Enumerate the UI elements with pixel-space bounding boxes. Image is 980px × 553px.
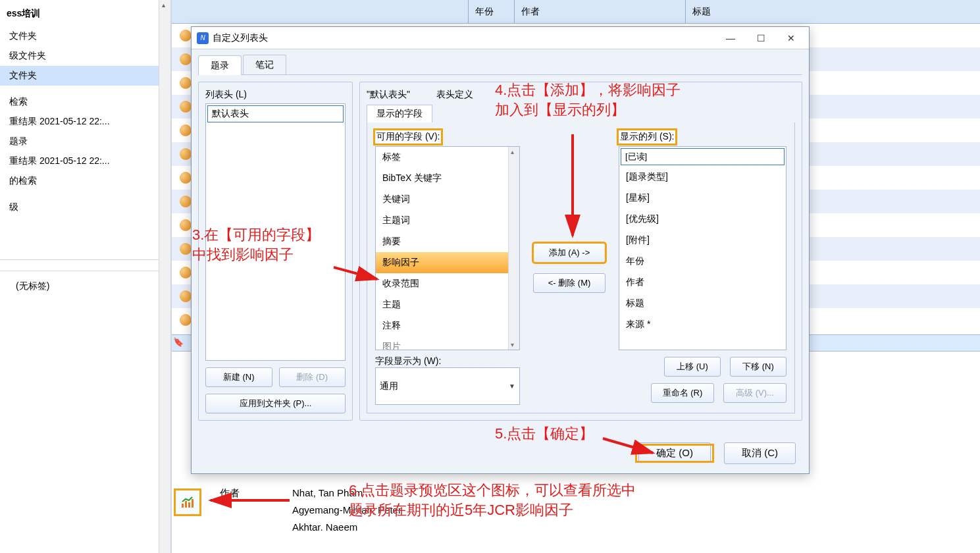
shown-column-item[interactable]: [题录类型]: [619, 167, 786, 188]
header-list-panel: 列表头 (L) 新建 (N) 删除 (D) 应用到文件夹 (P)...: [198, 82, 353, 421]
header-definition-panel: "默认表头" 表头定义 显示的字段 可用的字段 (V): 标签: [359, 82, 802, 421]
available-field-item[interactable]: 摘要: [376, 231, 508, 252]
svg-rect-0: [182, 504, 184, 508]
available-field-item[interactable]: 注释: [376, 315, 508, 336]
left-scrollbar[interactable]: [159, 0, 170, 553]
advanced-button[interactable]: 高级 (V)...: [723, 383, 787, 403]
cancel-button[interactable]: 取消 (C): [724, 442, 796, 464]
folder-item[interactable]: 级文件夹: [0, 46, 170, 66]
no-tag-label[interactable]: (无标签): [0, 271, 170, 296]
shown-column-item[interactable]: 作者: [619, 272, 786, 293]
window-close-button[interactable]: ✕: [776, 28, 806, 48]
record-bullet-icon: [180, 148, 192, 160]
subtab-shown-fields[interactable]: 显示的字段: [367, 105, 432, 122]
tab-records[interactable]: 题录: [198, 55, 242, 75]
folder-item[interactable]: 级: [0, 198, 170, 217]
folder-tree-pane: ess培训 文件夹 级文件夹 文件夹 检索 重结果 2021-05-12 22:…: [0, 0, 171, 553]
customize-columns-dialog: N 自定义列表头 — ☐ ✕ 题录 笔记 列表头 (L) 新建 (N) 删除 (…: [191, 26, 810, 474]
record-bullet-icon: [180, 196, 192, 207]
header-list-label: 列表头 (L): [205, 89, 346, 101]
apply-to-folder-button[interactable]: 应用到文件夹 (P)...: [205, 394, 346, 413]
available-field-item[interactable]: 图片: [376, 336, 508, 350]
ok-button[interactable]: 确定 (O): [638, 442, 711, 463]
show-as-label: 字段显示为 (W):: [375, 356, 441, 367]
record-bullet-icon: [180, 290, 192, 302]
chevron-down-icon: ▼: [509, 382, 515, 390]
shown-column-item[interactable]: [星标]: [619, 188, 786, 209]
preview-author-label: 作者: [220, 487, 240, 500]
folder-item[interactable]: 重结果 2021-05-12 22:...: [0, 151, 170, 171]
shown-column-item[interactable]: [优先级]: [619, 209, 786, 230]
folder-item[interactable]: 重结果 2021-05-12 22:...: [0, 112, 170, 132]
available-field-item[interactable]: 主题词: [376, 210, 508, 231]
record-bullet-icon: [180, 124, 192, 136]
record-bullet-icon: [180, 53, 192, 65]
shown-column-item[interactable]: 标题: [619, 293, 786, 314]
window-maximize-button[interactable]: ☐: [746, 28, 776, 48]
shown-column-item[interactable]: 年份: [619, 251, 786, 272]
app-logo-icon: N: [197, 32, 209, 44]
move-up-button[interactable]: 上移 (U): [664, 357, 721, 377]
record-bullet-icon: [180, 219, 192, 231]
svg-rect-3: [192, 499, 193, 508]
add-field-button[interactable]: 添加 (A) ->: [533, 243, 606, 263]
header-def-label: 表头定义: [436, 89, 473, 101]
available-list-scrollbar[interactable]: [508, 147, 519, 350]
svg-rect-2: [188, 502, 190, 508]
shown-column-item[interactable]: 来源 *: [619, 314, 786, 335]
dialog-title: 自定义列表头: [213, 32, 268, 44]
header-year[interactable]: 年份: [468, 0, 500, 23]
available-fields-label: 可用的字段 (V):: [375, 130, 520, 144]
record-bullet-icon: [180, 243, 192, 255]
header-def-quote: "默认表头": [367, 89, 410, 101]
tab-notes[interactable]: 笔记: [243, 55, 286, 74]
tag-filter-dropdown[interactable]: ▼: [0, 259, 170, 271]
delete-header-button[interactable]: 删除 (D): [279, 367, 346, 387]
author-value: Akhtar. Naeem: [292, 519, 401, 536]
available-fields-list[interactable]: 标签 BibTeX 关键字 关键词 主题词 摘要 影响因子 收录范围 主题 注释…: [376, 147, 508, 350]
header-author[interactable]: 作者: [514, 0, 546, 23]
record-bullet-icon: [180, 267, 192, 278]
record-bullet-icon: [180, 172, 192, 184]
remove-field-button[interactable]: <- 删除 (M): [533, 273, 606, 293]
folder-item[interactable]: 文件夹: [0, 26, 170, 46]
record-bullet-icon: [180, 77, 192, 89]
move-down-button[interactable]: 下移 (N): [730, 357, 787, 377]
svg-rect-1: [185, 501, 187, 508]
dialog-titlebar[interactable]: N 自定义列表头 — ☐ ✕: [192, 27, 809, 49]
record-bullet-icon: [180, 101, 192, 113]
header-name-input[interactable]: [207, 105, 344, 122]
available-field-item[interactable]: 关键词: [376, 189, 508, 210]
impact-factor-chart-button[interactable]: [174, 488, 201, 516]
header-list[interactable]: [205, 103, 346, 361]
trend-chart-icon: [180, 495, 195, 510]
available-field-item[interactable]: 主题: [376, 294, 508, 315]
available-field-item[interactable]: 收录范围: [376, 273, 508, 294]
window-minimize-button[interactable]: —: [715, 28, 746, 48]
shown-column-item[interactable]: [附件]: [619, 230, 786, 251]
shown-columns-list[interactable]: [已读] [题录类型] [星标] [优先级] [附件] 年份 作者 标题 来源 …: [619, 147, 786, 350]
folder-item[interactable]: 题录: [0, 132, 170, 151]
show-as-value: 通用: [380, 381, 398, 392]
available-field-item[interactable]: BibTeX 关键字: [376, 168, 508, 189]
record-bullet-icon: [180, 314, 192, 326]
folder-item[interactable]: 检索: [0, 92, 170, 112]
dialog-tabs: 题录 笔记: [198, 55, 802, 75]
rename-button[interactable]: 重命名 (R): [651, 383, 714, 403]
show-as-combo[interactable]: 通用 ▼: [375, 367, 520, 405]
folder-item-selected[interactable]: 文件夹: [0, 66, 170, 86]
new-header-button[interactable]: 新建 (N): [205, 367, 272, 387]
author-value: Agyemang-Mintah, Peter: [292, 502, 401, 519]
folder-item[interactable]: 的检索: [0, 171, 170, 191]
shown-column-item[interactable]: [已读]: [621, 148, 785, 165]
available-field-item-selected[interactable]: 影响因子: [376, 252, 508, 273]
available-field-item[interactable]: 标签: [376, 147, 508, 168]
shown-columns-label: 显示的列 (S):: [619, 130, 787, 144]
author-value: Nhat, Tan Pham: [292, 485, 401, 502]
folder-group-title: ess培训: [0, 5, 170, 26]
table-header: 年份 作者 标题 来源: [172, 0, 980, 24]
record-bullet-icon: [180, 30, 192, 41]
header-title[interactable]: 标题: [685, 0, 717, 23]
preview-author-values: Nhat, Tan Pham Agyemang-Mintah, Peter Ak…: [292, 485, 401, 536]
